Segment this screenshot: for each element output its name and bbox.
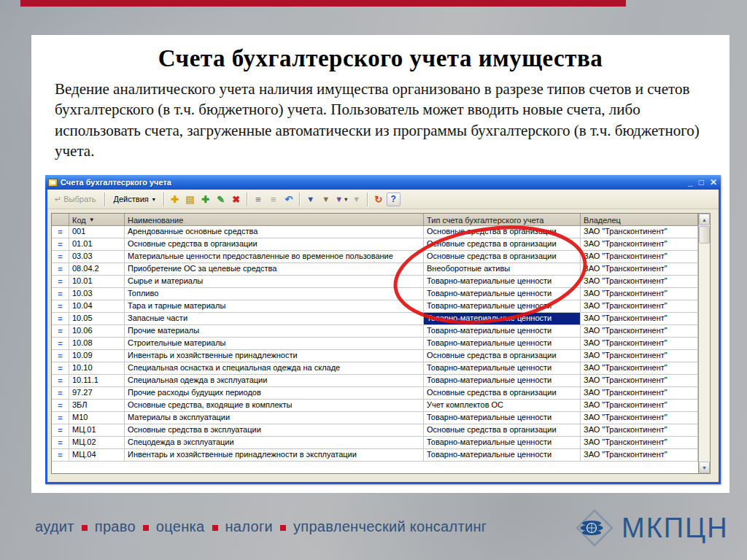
table-row[interactable]: =МЦ.01Основные средства в эксплуатацииОс… (52, 424, 698, 437)
cell-code[interactable]: МЦ.02 (69, 437, 125, 449)
cell-type[interactable]: Основные средства в организации (424, 424, 581, 437)
vertical-scrollbar[interactable]: ▲ ▼ (698, 214, 710, 473)
cell-code[interactable]: 3БЛ (69, 400, 125, 412)
cell-code[interactable]: 10.05 (69, 313, 125, 325)
filter-settings-icon[interactable]: ▼▾ (334, 192, 349, 206)
filter-icon[interactable]: ▼ (303, 192, 318, 206)
actions-button[interactable]: Действия ▾ (109, 192, 160, 206)
cell-type[interactable]: Товарно-материальные ценности (424, 300, 581, 313)
scrollbar-thumb[interactable] (699, 226, 710, 244)
table-row[interactable]: =10.11.1Специальная одежда в эксплуатаци… (52, 375, 698, 387)
select-button[interactable]: ↵ Выбрать (50, 192, 101, 206)
cell-name[interactable]: Инвентарь и хозяйственные принадлежности (125, 350, 424, 362)
new-group-icon[interactable]: ▤ (183, 192, 198, 206)
marker-column-header[interactable] (52, 214, 69, 226)
cell-name[interactable]: Основные средства в организации (125, 238, 424, 251)
cell-code[interactable]: 10.09 (69, 350, 125, 362)
cell-code[interactable]: 10.11.1 (69, 375, 125, 387)
cell-code[interactable]: 10.03 (69, 288, 125, 300)
cell-name[interactable]: Материальные ценности предоставленные во… (125, 251, 424, 263)
cell-code[interactable]: МЦ.04 (69, 449, 125, 462)
window-titlebar[interactable]: Счета бухгалтесркого учета _ □ ✕ (45, 175, 721, 190)
cell-owner[interactable]: ЗАО "Трансконтинент" (581, 350, 698, 362)
table-row[interactable]: =10.03ТопливоТоварно-материальные ценнос… (52, 288, 698, 300)
table-row[interactable]: =10.05Запасные частиТоварно-материальные… (52, 313, 698, 325)
cell-name[interactable]: Прочие материалы (125, 325, 424, 338)
cell-name[interactable]: Приобретение ОС за целевые средства (125, 263, 424, 276)
cell-owner[interactable]: ЗАО "Трансконтинент" (581, 325, 698, 338)
table-row[interactable]: =01.01Основные средства в организацииОсн… (52, 238, 698, 251)
cell-owner[interactable]: ЗАО "Трансконтинент" (581, 238, 698, 251)
cell-owner[interactable]: ЗАО "Трансконтинент" (581, 338, 698, 350)
cell-code[interactable]: 97.27 (69, 387, 125, 400)
cell-type[interactable]: Товарно-материальные ценности (424, 375, 581, 387)
cell-code[interactable]: 08.04.2 (69, 263, 125, 276)
cell-name[interactable]: Сырье и материалы (125, 276, 424, 288)
table-row[interactable]: =10.01Сырье и материалыТоварно-материаль… (52, 276, 698, 288)
column-header[interactable]: Тип счета бухгалтерского учета (424, 214, 581, 226)
table-row[interactable]: =МЦ.04Инвентарь и хозяйственные принадле… (52, 449, 698, 462)
table-row[interactable]: =03.03Материальные ценности предоставлен… (52, 251, 698, 263)
cell-owner[interactable]: ЗАО "Трансконтинент" (581, 400, 698, 412)
table-row[interactable]: =08.04.2Приобретение ОС за целевые средс… (52, 263, 698, 276)
cell-name[interactable]: Основные средства в эксплуатации (125, 424, 424, 437)
cell-type[interactable]: Основные средства в организации (424, 251, 581, 263)
table-row[interactable]: =10.04Тара и тарные материалыТоварно-мат… (52, 300, 698, 313)
cell-owner[interactable]: ЗАО "Трансконтинент" (581, 313, 698, 325)
cell-owner[interactable]: ЗАО "Трансконтинент" (581, 437, 698, 449)
cell-owner[interactable]: ЗАО "Трансконтинент" (581, 251, 698, 263)
cell-owner[interactable]: ЗАО "Трансконтинент" (581, 263, 698, 276)
cell-owner[interactable]: ЗАО "Трансконтинент" (581, 288, 698, 300)
cell-type[interactable]: Товарно-материальные ценности (424, 362, 581, 375)
cell-code[interactable]: 10.06 (69, 325, 125, 338)
filter-history-icon[interactable]: ▼ (319, 192, 333, 206)
cell-code[interactable]: 01.01 (69, 238, 125, 251)
cell-type[interactable]: Товарно-материальные ценности (424, 288, 581, 300)
clear-filter-icon[interactable]: ▼ (349, 192, 364, 206)
cell-type[interactable]: Товарно-материальные ценности (424, 449, 581, 462)
delete-icon[interactable]: ✖ (229, 192, 244, 206)
cell-owner[interactable]: ЗАО "Трансконтинент" (581, 300, 698, 313)
cell-type[interactable]: Основные средства в организации (424, 387, 581, 400)
refresh-icon[interactable]: ↻ (371, 192, 386, 206)
close-icon[interactable]: ✕ (710, 177, 717, 187)
table-row[interactable]: =МЦ.02Спецодежда в эксплуатацииТоварно-м… (52, 437, 698, 449)
cell-type[interactable]: Товарно-материальные ценности (424, 412, 581, 424)
cell-owner[interactable]: ЗАО "Трансконтинент" (581, 387, 698, 400)
column-header[interactable]: Владелец (581, 214, 698, 226)
cell-type[interactable]: Товарно-материальные ценности (424, 276, 581, 288)
cell-code[interactable]: 10.04 (69, 300, 125, 313)
cell-name[interactable]: Запасные части (125, 313, 424, 325)
cell-name[interactable]: Инвентарь и хозяйственные принадлежности… (125, 449, 424, 462)
cell-code[interactable]: 10.10 (69, 362, 125, 375)
cell-code[interactable]: М10 (69, 412, 125, 424)
cell-code[interactable]: 03.03 (69, 251, 125, 263)
scroll-down-icon[interactable]: ▼ (699, 462, 710, 473)
go-up-level-icon[interactable]: ↶ (282, 192, 296, 206)
help-icon[interactable]: ? (387, 192, 400, 206)
cell-name[interactable]: Основные средства, входящие в комплекты (125, 400, 424, 412)
table-row[interactable]: =10.09Инвентарь и хозяйственные принадле… (52, 350, 698, 362)
cell-name[interactable]: Специальная оснастка и специальная одежд… (125, 362, 424, 375)
cell-type[interactable]: Товарно-материальные ценности (424, 325, 581, 338)
cell-owner[interactable]: ЗАО "Трансконтинент" (581, 412, 698, 424)
cell-name[interactable]: Прочие расходы будущих периодов (125, 387, 424, 400)
cell-name[interactable]: Топливо (125, 288, 424, 300)
add-copy-icon[interactable]: ✚ (198, 192, 213, 206)
cell-type[interactable]: Основные средства в организации (424, 226, 581, 238)
table-row[interactable]: =001Арендованные основные средстваОсновн… (52, 226, 698, 238)
table-row[interactable]: =М10Материалы в эксплуатацииТоварно-мате… (52, 412, 698, 424)
cell-owner[interactable]: ЗАО "Трансконтинент" (581, 375, 698, 387)
cell-code[interactable]: 001 (69, 226, 125, 238)
cell-type[interactable]: Товарно-материальные ценности (424, 437, 581, 449)
cell-name[interactable]: Специальная одежда в эксплуатации (125, 375, 424, 387)
cell-owner[interactable]: ЗАО "Трансконтинент" (581, 424, 698, 437)
cell-owner[interactable]: ЗАО "Трансконтинент" (581, 449, 698, 462)
cell-type[interactable]: Внеоборотные активы (424, 263, 581, 276)
list-view-icon[interactable]: ≡ (251, 192, 266, 206)
table-row[interactable]: =10.08Строительные материалыТоварно-мате… (52, 338, 698, 350)
cell-name[interactable]: Тара и тарные материалы (125, 300, 424, 313)
table-row[interactable]: =97.27Прочие расходы будущих периодовОсн… (52, 387, 698, 400)
cell-name[interactable]: Строительные материалы (125, 338, 424, 350)
column-header[interactable]: Наименование (125, 214, 424, 226)
